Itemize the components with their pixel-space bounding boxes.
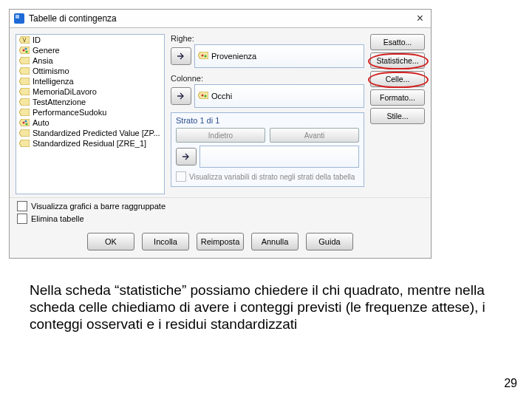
checkbox-icon [17,201,27,211]
svg-point-0 [23,50,25,52]
cancel-button[interactable]: Annulla [251,233,299,250]
titlebar: Tabelle di contingenza × [10,10,431,28]
list-item: Standardized Residual [ZRE_1] [16,138,164,149]
list-item: Genere [16,45,164,55]
exact-button[interactable]: Esatto... [370,34,425,50]
dialog-action-bar: OK Incolla Reimposta Annulla Guida [10,228,431,258]
checkbox-icon [17,214,27,224]
assignment-panel: Righe: Provenienza Colonne: Occhi Strato… [171,34,364,194]
format-button[interactable]: Formato... [370,89,425,106]
suppress-tables-check[interactable]: Elimina tabelle [17,214,423,224]
nominal-icon [198,52,208,61]
list-item: PerformanceSudoku [16,107,164,117]
scale-icon [19,109,30,116]
move-to-layer-button[interactable] [176,148,197,166]
move-to-columns-button[interactable] [171,87,191,105]
options-buttons: Esatto... Statistiche... Celle... Format… [370,34,425,194]
scale-icon [19,98,30,106]
svg-point-8 [202,95,204,97]
columns-value: Occhi [211,92,232,100]
columns-list[interactable]: Occhi [194,84,364,108]
ok-button[interactable]: OK [87,233,134,250]
arrow-right-icon [182,153,191,160]
scale-icon [19,88,30,95]
slide-caption: Nella scheda “statistiche” possiamo chie… [30,282,502,332]
scale-icon [19,67,30,75]
list-item: TestAttenzione [16,97,164,107]
statistics-button[interactable]: Statistiche... [370,52,425,69]
rows-value: Provenienza [211,52,256,61]
rows-label: Righe: [171,34,364,43]
nominal-icon [198,92,208,100]
dialog-title: Tabelle di contingenza [29,13,117,24]
columns-label: Colonne: [171,74,364,83]
variable-list[interactable]: ID Genere Ansia Ottimismo Intelligenza M… [16,34,165,194]
move-to-rows-button[interactable] [171,47,191,65]
help-button[interactable]: Guida [306,233,353,250]
dialog-lower-options: Visualizza grafici a barre raggruppate E… [10,197,431,228]
svg-point-4 [25,120,27,123]
svg-point-9 [205,95,207,98]
scale-icon [19,129,30,137]
cells-button[interactable]: Celle... [370,71,425,87]
list-item: Ansia [16,55,164,66]
crosstabs-dialog: Tabelle di contingenza × ID Genere Ansia… [9,9,432,259]
list-item: Intelligenza [16,76,164,86]
close-icon[interactable]: × [414,12,426,25]
list-item: Standardized Predicted Value [ZP... [16,128,164,138]
svg-point-5 [26,123,28,126]
style-button[interactable]: Stile... [370,108,425,124]
layer-group: Strato 1 di 1 Indietro Avanti Visualizza… [171,112,364,187]
app-icon [14,13,24,24]
scale-icon [19,36,30,44]
arrow-right-icon [177,92,185,100]
paste-button[interactable]: Incolla [142,233,189,250]
scale-icon [19,78,30,85]
svg-point-6 [202,55,204,57]
nominal-icon [19,119,30,126]
svg-point-1 [25,48,27,50]
svg-point-7 [205,55,207,58]
scale-icon [19,140,30,147]
list-item: ID [16,35,164,45]
layer-display-check[interactable]: Visualizza variabili di strato negli str… [176,171,359,182]
scale-icon [19,57,30,64]
list-item: Ottimismo [16,66,164,76]
svg-point-3 [23,122,25,124]
checkbox-icon [176,171,186,182]
list-item: MemoriaDiLavoro [16,86,164,97]
layer-title: Strato 1 di 1 [176,116,359,125]
layer-list[interactable] [200,146,359,168]
layer-next-button[interactable]: Avanti [270,128,359,143]
nominal-icon [19,47,30,54]
list-item: Auto [16,117,164,128]
layer-prev-button[interactable]: Indietro [176,128,265,143]
arrow-right-icon [177,52,185,60]
page-number: 29 [504,377,517,390]
reset-button[interactable]: Reimposta [197,233,244,250]
clustered-bar-check[interactable]: Visualizza grafici a barre raggruppate [17,201,423,211]
svg-point-2 [26,51,28,53]
rows-list[interactable]: Provenienza [194,44,364,68]
